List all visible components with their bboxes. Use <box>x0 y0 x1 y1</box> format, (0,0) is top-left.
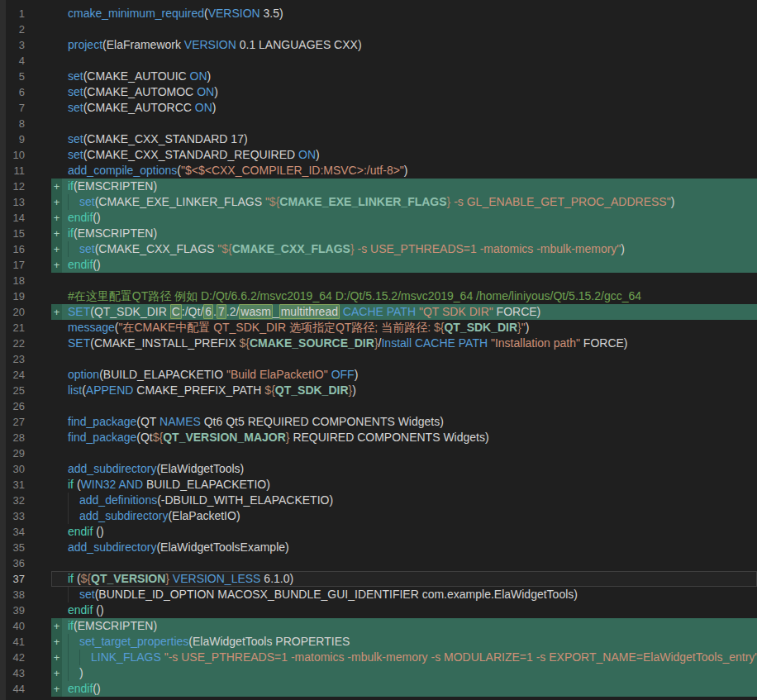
code-line-28[interactable]: 28find_package(Qt${QT_VERSION_MAJOR} REQ… <box>0 430 757 445</box>
line-number[interactable]: 22 <box>0 336 25 351</box>
code-line-3[interactable]: 3project(ElaFramework VERSION 0.1 LANGUA… <box>0 37 757 53</box>
line-number[interactable]: 43 <box>0 665 25 681</box>
line-number[interactable]: 17 <box>0 257 25 273</box>
line-number[interactable]: 42 <box>0 650 25 665</box>
code-line-12[interactable]: 12+if(EMSCRIPTEN) <box>0 179 757 194</box>
code-line-41[interactable]: 41+set_target_properties(ElaWidgetTools … <box>0 634 757 650</box>
code-line-2[interactable]: 2 <box>0 21 757 37</box>
line-number[interactable]: 4 <box>0 53 25 69</box>
code-line-30[interactable]: 30add_subdirectory(ElaWidgetTools) <box>0 461 757 477</box>
code-line-17[interactable]: 17+endif() <box>0 257 757 273</box>
code-line-8[interactable]: 8 <box>0 116 757 131</box>
code-line-18[interactable]: 18 <box>0 273 757 288</box>
code-line-9[interactable]: 9set(CMAKE_CXX_STANDARD 17) <box>0 131 757 147</box>
code-line-31[interactable]: 31if (WIN32 AND BUILD_ELAPACKETIO) <box>0 477 757 493</box>
line-number[interactable]: 24 <box>0 367 25 383</box>
code-line-37[interactable]: 37if (${QT_VERSION} VERSION_LESS 6.1.0) <box>0 571 757 587</box>
line-number[interactable]: 33 <box>0 508 25 524</box>
code-line-44[interactable]: 44+endif() <box>0 681 757 697</box>
line-number[interactable]: 5 <box>0 69 25 84</box>
code-line-11[interactable]: 11add_compile_options("$<$<CXX_COMPILER_… <box>0 163 757 179</box>
token-a: () <box>93 603 103 617</box>
line-number[interactable]: 1 <box>0 6 25 21</box>
code-line-24[interactable]: 24option(BUILD_ELAPACKETIO "Build ElaPac… <box>0 367 757 383</box>
line-number[interactable]: 28 <box>0 430 25 445</box>
line-number[interactable]: 20 <box>0 304 25 320</box>
line-number[interactable]: 26 <box>0 398 25 414</box>
code-line-21[interactable]: 21message("在CMAKE中配置 QT_SDK_DIR 选项指定QT路径… <box>0 320 757 336</box>
code-line-35[interactable]: 35add_subdirectory(ElaWidgetToolsExample… <box>0 540 757 555</box>
token-vn: CMAKE_SOURCE_DIR <box>250 336 374 350</box>
line-number[interactable]: 38 <box>0 587 25 602</box>
code-line-19[interactable]: 19#在这里配置QT路径 例如 D:/Qt/6.6.2/msvc2019_64 … <box>0 288 757 304</box>
code-line-1[interactable]: 1cmake_minimum_required(VERSION 3.5) <box>0 6 757 21</box>
code-line-20[interactable]: 20+SET(QT_SDK_DIR C:/Qt/6.7.2/wasm_multi… <box>0 304 757 320</box>
line-number[interactable]: 9 <box>0 131 25 147</box>
code-line-43[interactable]: 43+) <box>0 665 757 681</box>
diff-added-line-bg <box>51 257 757 273</box>
code-line-26[interactable]: 26 <box>0 398 757 414</box>
code-line-25[interactable]: 25list(APPEND CMAKE_PREFIX_PATH ${QT_SDK… <box>0 383 757 398</box>
line-number[interactable]: 19 <box>0 288 25 304</box>
line-number[interactable]: 25 <box>0 383 25 398</box>
line-number[interactable]: 23 <box>0 351 25 367</box>
line-number[interactable]: 41 <box>0 634 25 650</box>
line-number[interactable]: 8 <box>0 116 25 131</box>
code-line-13[interactable]: 13+set(CMAKE_EXE_LINKER_FLAGS "${CMAKE_E… <box>0 194 757 210</box>
line-number[interactable]: 31 <box>0 477 25 493</box>
line-number[interactable]: 44 <box>0 681 25 697</box>
code-line-16[interactable]: 16+set(CMAKE_CXX_FLAGS "${CMAKE_CXX_FLAG… <box>0 241 757 257</box>
line-number[interactable]: 14 <box>0 210 25 226</box>
line-number[interactable]: 29 <box>0 445 25 461</box>
line-number[interactable]: 27 <box>0 414 25 430</box>
line-number[interactable]: 13 <box>0 194 25 210</box>
line-number[interactable]: 34 <box>0 524 25 540</box>
code-line-34[interactable]: 34endif () <box>0 524 757 540</box>
code-line-5[interactable]: 5set(CMAKE_AUTOUIC ON) <box>0 69 757 84</box>
code-line-7[interactable]: 7set(CMAKE_AUTORCC ON) <box>0 100 757 116</box>
line-number[interactable]: 2 <box>0 21 25 37</box>
token-c: add_subdirectory <box>68 462 156 475</box>
line-number[interactable]: 7 <box>0 100 25 116</box>
line-number[interactable]: 16 <box>0 241 25 257</box>
line-number[interactable]: 12 <box>0 179 25 194</box>
code-line-6[interactable]: 6set(CMAKE_AUTOMOC ON) <box>0 84 757 100</box>
code-line-10[interactable]: 10set(CMAKE_CXX_STANDARD_REQUIRED ON) <box>0 147 757 163</box>
code-line-32[interactable]: 32add_definitions(-DBUILD_WITH_ELAPACKET… <box>0 493 757 508</box>
line-number[interactable]: 32 <box>0 493 25 508</box>
line-number[interactable]: 39 <box>0 602 25 618</box>
code-line-40[interactable]: 40+if(EMSCRIPTEN) <box>0 618 757 634</box>
code-line-22[interactable]: 22SET(CMAKE_INSTALL_PREFIX ${CMAKE_SOURC… <box>0 336 757 351</box>
token-a: (EMSCRIPTEN) <box>74 619 157 632</box>
token-s: "Installation path" <box>491 336 580 350</box>
line-number[interactable]: 6 <box>0 84 25 100</box>
code-line-36[interactable]: 36 <box>0 555 757 571</box>
line-number[interactable]: 15 <box>0 226 25 241</box>
line-number[interactable]: 35 <box>0 540 25 555</box>
line-number[interactable]: 11 <box>0 163 25 179</box>
line-number[interactable]: 36 <box>0 555 25 571</box>
code-line-4[interactable]: 4 <box>0 53 757 69</box>
code-text: ) <box>68 665 83 681</box>
code-line-33[interactable]: 33add_subdirectory(ElaPacketIO) <box>0 508 757 524</box>
line-number[interactable]: 10 <box>0 147 25 163</box>
code-text: if (WIN32 AND BUILD_ELAPACKETIO) <box>68 477 270 493</box>
code-line-14[interactable]: 14+endif() <box>0 210 757 226</box>
line-number[interactable]: 40 <box>0 618 25 634</box>
code-line-38[interactable]: 38set(BUNDLE_ID_OPTION MACOSX_BUNDLE_GUI… <box>0 587 757 602</box>
code-line-29[interactable]: 29 <box>0 445 757 461</box>
token-a: ) <box>79 666 83 679</box>
line-number[interactable]: 30 <box>0 461 25 477</box>
line-number[interactable]: 21 <box>0 320 25 336</box>
code-line-42[interactable]: 42+LINK_FLAGS "-s USE_PTHREADS=1 -matomi… <box>0 650 757 665</box>
editor-code-area[interactable]: 1cmake_minimum_required(VERSION 3.5)23pr… <box>0 6 757 697</box>
code-line-27[interactable]: 27find_package(QT NAMES Qt6 Qt5 REQUIRED… <box>0 414 757 430</box>
line-number[interactable]: 3 <box>0 37 25 53</box>
line-number[interactable]: 37 <box>0 571 25 587</box>
code-text: SET(CMAKE_INSTALL_PREFIX ${CMAKE_SOURCE_… <box>68 336 628 351</box>
line-number[interactable]: 18 <box>0 273 25 288</box>
code-line-15[interactable]: 15+if(EMSCRIPTEN) <box>0 226 757 241</box>
code-line-39[interactable]: 39endif () <box>0 602 757 618</box>
code-line-23[interactable]: 23 <box>0 351 757 367</box>
token-t: endif <box>68 211 93 224</box>
